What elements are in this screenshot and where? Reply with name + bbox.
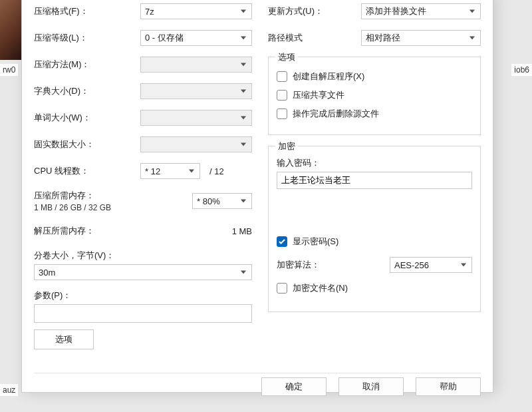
background-thumbnail [0,0,21,60]
compress-mem-block: 压缩所需内存： 1 MB / 26 GB / 32 GB [34,190,154,212]
level-label: 压缩等级(L)： [34,32,140,44]
sfx-checkbox-row[interactable]: 创建自解压程序(X) [277,71,472,83]
threads-total: / 12 [209,166,224,176]
shared-checkbox-row[interactable]: 压缩共享文件 [277,89,472,101]
cancel-button[interactable]: 取消 [338,377,404,396]
enc-method-label: 加密算法： [277,259,390,271]
split-label: 分卷大小，字节(V)： [34,250,252,262]
delete-checkbox-row[interactable]: 操作完成后删除源文件 [277,108,472,120]
show-password-checkbox[interactable] [277,236,287,247]
encrypt-names-checkbox[interactable] [277,283,287,294]
decompress-mem-label: 解压所需内存： [34,225,140,237]
shared-checkbox[interactable] [277,90,287,101]
encrypt-names-label: 加密文件名(N) [293,282,348,294]
path-mode-label: 路径模式 [268,32,361,44]
compress-mem-sub: 1 MB / 26 GB / 32 GB [34,203,154,212]
options-fieldset: 选项 创建自解压程序(X) 压缩共享文件 操作完成后删除源文件 [268,57,481,135]
solid-select[interactable] [140,136,252,152]
show-password-row[interactable]: 显示密码(S) [277,236,472,248]
options-legend: 选项 [275,51,298,63]
format-label: 压缩格式(F)： [34,5,140,17]
decompress-mem-value: 1 MB [232,226,252,236]
sfx-checkbox[interactable] [277,71,287,82]
encryption-legend: 加密 [275,140,298,152]
params-input[interactable] [34,304,252,323]
shared-label: 压缩共享文件 [293,89,344,101]
encrypt-names-row[interactable]: 加密文件名(N) [277,282,472,294]
update-mode-select[interactable]: 添加并替换文件 [361,3,481,19]
threads-select[interactable]: * 12 [140,163,200,179]
delete-label: 操作完成后删除源文件 [293,108,379,120]
update-mode-label: 更新方式(U)： [268,5,361,17]
compress-mem-pct-select[interactable]: * 80% [192,193,252,209]
bg-text-bottom: auz [0,384,18,396]
bg-text-left: rw0 [0,64,18,76]
bg-text-right: iob6 [511,64,532,76]
right-column: 更新方式(U)： 添加并替换文件 路径模式 相对路径 选项 创建自解压程序(X)… [268,3,481,366]
dict-select[interactable] [140,83,252,99]
level-select[interactable]: 0 - 仅存储 [140,30,252,46]
solid-label: 固实数据大小： [34,138,140,150]
path-mode-select[interactable]: 相对路径 [361,30,481,46]
help-button[interactable]: 帮助 [416,377,481,396]
encryption-fieldset: 加密 输入密码： 显示密码(S) 加密算法： AES-256 加密文件名(N) [268,146,481,312]
dict-label: 字典大小(D)： [34,85,140,97]
delete-checkbox[interactable] [277,108,287,119]
threads-label: CPU 线程数： [34,165,140,177]
compression-dialog: 压缩格式(F)： 7z 压缩等级(L)： 0 - 仅存储 压缩方法(M)： 字典… [21,0,493,393]
enc-method-select[interactable]: AES-256 [390,257,472,273]
dialog-button-row: 确定 取消 帮助 [34,373,481,403]
options-button[interactable]: 选项 [34,329,94,349]
password-label: 输入密码： [277,157,472,169]
word-label: 单词大小(W)： [34,112,140,124]
word-select[interactable] [140,110,252,126]
show-password-label: 显示密码(S) [293,236,338,248]
format-select[interactable]: 7z [140,3,252,19]
password-input[interactable] [277,172,472,189]
method-select[interactable] [140,57,252,73]
split-combo[interactable]: 30m [34,264,252,280]
params-label: 参数(P)： [34,290,252,302]
left-column: 压缩格式(F)： 7z 压缩等级(L)： 0 - 仅存储 压缩方法(M)： 字典… [34,3,252,366]
ok-button[interactable]: 确定 [261,377,327,396]
method-label: 压缩方法(M)： [34,59,140,71]
compress-mem-label: 压缩所需内存： [34,190,154,202]
sfx-label: 创建自解压程序(X) [293,71,364,83]
